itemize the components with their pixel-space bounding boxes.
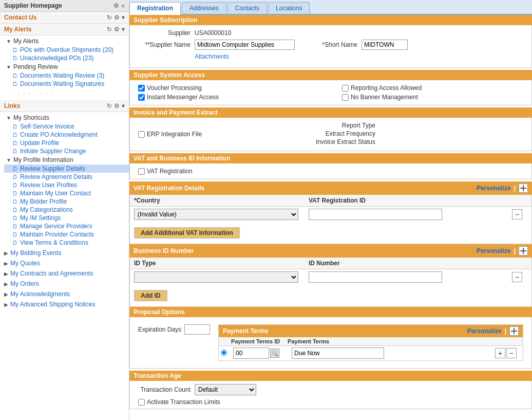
nav-acknowledgments[interactable]: ▶ My Acknowledgments (0, 289, 129, 299)
voucher-processing-checkbox[interactable] (138, 85, 145, 92)
gear-icon-contact[interactable]: ⚙ (114, 14, 120, 21)
business-id-personalize-link[interactable]: Personalize (477, 247, 511, 254)
gear-icon[interactable]: ⚙ (113, 2, 119, 9)
business-id-actions: Personalize | (477, 246, 528, 255)
supplier-row: Supplier USA0000010 (138, 29, 523, 36)
no-banner-checkbox[interactable] (342, 94, 349, 101)
vat-remove-button[interactable]: − (512, 209, 522, 220)
business-id-remove-button[interactable]: − (512, 272, 522, 282)
vat-personalize-link[interactable]: Personalize (477, 185, 511, 192)
report-type-row: Report Type (287, 122, 523, 129)
nav-bidding-events[interactable]: ▶ My Bidding Events (0, 248, 129, 258)
erp-integration-item: ERP Integration File (138, 131, 267, 138)
collapse-icon[interactable]: « (121, 2, 125, 9)
instant-messenger-checkbox[interactable] (138, 94, 145, 101)
tab-addresses[interactable]: Addresses (182, 2, 226, 14)
vat-details-body: *Country VAT Registration ID (Invalid Va… (129, 195, 532, 244)
pt-radio[interactable] (221, 350, 227, 356)
pt-name-input[interactable] (292, 348, 384, 359)
sidebar-item-im-settings[interactable]: 🗋 My IM Settings (4, 214, 129, 222)
sidebar-item-view-terms[interactable]: 🗋 View Terms & Conditions (4, 239, 129, 247)
sidebar: Supplier Homepage ⚙ « Contact Us ↻ ⚙ ▾ M… (0, 0, 129, 420)
sidebar-item-update-profile[interactable]: 🗋 Update Profile (4, 139, 129, 147)
msp-label: Manage Service Providers (20, 223, 92, 230)
sidebar-item-review-user-profiles[interactable]: 🗋 Review User Profiles (4, 181, 129, 189)
profile-info-header[interactable]: ▼ My Profile Information (4, 155, 129, 165)
sidebar-item-docs-waiting-sigs[interactable]: 🗋 Documents Waiting Signatures (4, 80, 129, 88)
short-name-input[interactable] (362, 40, 408, 50)
pending-arrow: ▼ (6, 64, 11, 70)
page-icon-ims: 🗋 (12, 215, 18, 221)
nav-quotes[interactable]: ▶ My Quotes (0, 258, 129, 268)
pt-expand-icon[interactable] (509, 326, 519, 336)
sidebar-item-bidder-profile[interactable]: 🗋 My Bidder Profile (4, 197, 129, 206)
attachments-link[interactable]: Attachments (195, 53, 229, 60)
id-number-input[interactable] (309, 271, 442, 283)
vat-id-input[interactable] (309, 209, 442, 220)
add-vat-button[interactable]: Add Additional VAT Information (134, 227, 240, 239)
payment-terms-personalize-link[interactable]: Personalize (467, 327, 502, 335)
sidebar-item-self-service-invoice[interactable]: 🗋 Self-Service Invoice (4, 122, 129, 131)
country-select[interactable]: (Invalid Value) (134, 209, 298, 220)
nav-orders[interactable]: ▶ My Orders (0, 279, 129, 289)
expiration-days-input[interactable] (184, 324, 210, 335)
system-access-checkboxes: Voucher Processing Instant Messenger Acc… (138, 84, 523, 101)
reporting-access-checkbox[interactable] (342, 85, 349, 92)
gear-icon-links[interactable]: ⚙ (114, 102, 120, 109)
payment-terms-table: Payment Terms ID Payment Terms (219, 337, 523, 360)
sidebar-item-maintain-user-contact[interactable]: 🗋 Maintain My User Contact (4, 189, 129, 197)
nav-contracts[interactable]: ▶ My Contracts and Agreements (0, 268, 129, 279)
sidebar-item-docs-waiting-review[interactable]: 🗋 Documents Waiting Review (3) (4, 71, 129, 80)
country-col-header: *Country (134, 197, 309, 204)
vat-expand-icon[interactable] (519, 184, 528, 193)
pt-remove-button[interactable]: − (506, 348, 517, 358)
pending-review-header[interactable]: ▼ Pending Review (4, 62, 129, 71)
tab-contacts[interactable]: Contacts (227, 2, 267, 14)
transaction-count-label: Transaction Count (138, 386, 195, 393)
refresh-icon-links[interactable]: ↻ (107, 102, 112, 109)
tab-registration[interactable]: Registration (129, 2, 181, 15)
nav-orders-label: My Orders (10, 280, 39, 287)
ssi-label: Self-Service Invoice (20, 123, 74, 130)
refresh-icon[interactable]: ↻ (107, 14, 112, 21)
business-id-expand-icon[interactable] (519, 246, 528, 255)
invoice-payment-body: ERP Integration File Report Type Extract… (129, 118, 532, 151)
sidebar-item-initiate-supplier-change[interactable]: 🗋 Initiate Supplier Change (4, 147, 129, 155)
pt-add-button[interactable]: + (495, 348, 505, 358)
sidebar-item-categorizations[interactable]: 🗋 My Categorizations (4, 206, 129, 214)
pt-search-icon[interactable]: 🔍 (270, 349, 279, 358)
vat-id-col-header: VAT Registration ID (309, 197, 512, 204)
sidebar-item-review-agreement-details[interactable]: 🗋 Review Agreement Details (4, 173, 129, 181)
vat-details-actions: Personalize | (477, 184, 528, 193)
pt-id-input[interactable] (233, 348, 269, 359)
pt-data-row: 🔍 + − (219, 346, 523, 360)
vat-registration-checkbox[interactable] (138, 168, 145, 175)
chevron-down-icon-alerts[interactable]: ▾ (122, 26, 125, 33)
nav-shipping-notices[interactable]: ▶ My Advanced Shipping Notices (0, 299, 129, 309)
add-id-button[interactable]: Add ID (134, 290, 167, 301)
chevron-down-icon-contact[interactable]: ▾ (122, 14, 125, 21)
sidebar-item-create-po-ack[interactable]: 🗋 Create PO Acknowledgment (4, 131, 129, 139)
gear-icon-alerts[interactable]: ⚙ (114, 26, 120, 33)
sidebar-item-maintain-provider-contacts[interactable]: 🗋 Maintain Provider Contacts (4, 230, 129, 239)
id-type-select[interactable] (134, 271, 298, 283)
bid-action-cell: − (512, 272, 527, 282)
reporting-access-label: Reporting Access Allowed (351, 84, 422, 92)
my-shortcuts-header[interactable]: ▼ My Shortcuts (4, 113, 129, 122)
erp-integration-checkbox[interactable] (138, 131, 145, 138)
pt-actions-cell: + − (495, 348, 521, 358)
supplier-name-input[interactable] (195, 40, 295, 50)
sidebar-item-review-supplier-details[interactable]: 🗋 Review Supplier Details (4, 165, 129, 173)
docs-sigs-label: Documents Waiting Signatures (20, 80, 104, 87)
chevron-down-icon-links[interactable]: ▾ (122, 102, 125, 109)
sidebar-item-unacknowledged-pos[interactable]: 🗋 Unacknowledged POs (23) (4, 54, 129, 62)
tab-locations[interactable]: Locations (268, 2, 310, 14)
transaction-count-select[interactable]: Default (195, 384, 256, 395)
refresh-icon-alerts[interactable]: ↻ (107, 26, 112, 33)
sidebar-item-overdue-pos[interactable]: 🗋 POs with Overdue Shipments (20) (4, 46, 129, 54)
sidebar-item-manage-service-providers[interactable]: 🗋 Manage Service Providers (4, 222, 129, 230)
my-alerts-group-header[interactable]: ▼ My Alerts (4, 36, 129, 46)
nav-tri-asn: ▶ (4, 302, 8, 307)
activate-limits-checkbox[interactable] (138, 399, 145, 406)
transaction-age-section: Transaction Age Transaction Count Defaul… (129, 371, 532, 409)
